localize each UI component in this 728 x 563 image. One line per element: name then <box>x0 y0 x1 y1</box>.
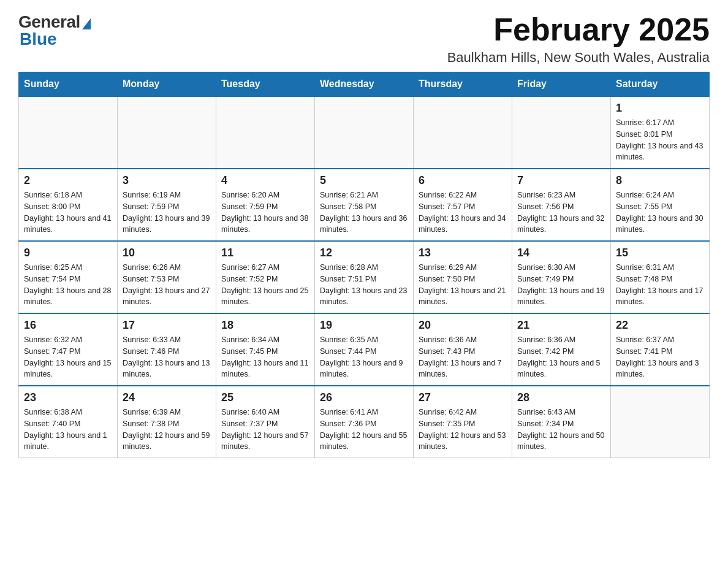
day-number: 10 <box>123 247 211 259</box>
day-info: Sunrise: 6:23 AM Sunset: 7:56 PM Dayligh… <box>517 190 605 236</box>
day-info: Sunrise: 6:28 AM Sunset: 7:51 PM Dayligh… <box>320 262 408 308</box>
calendar-header-thursday: Thursday <box>414 72 512 97</box>
day-number: 14 <box>517 247 605 259</box>
day-number: 3 <box>123 174 211 187</box>
day-info: Sunrise: 6:35 AM Sunset: 7:44 PM Dayligh… <box>320 334 408 380</box>
day-number: 28 <box>517 391 605 404</box>
month-title: February 2025 <box>447 12 710 47</box>
day-info: Sunrise: 6:36 AM Sunset: 7:43 PM Dayligh… <box>419 334 507 380</box>
calendar-week-row: 16Sunrise: 6:32 AM Sunset: 7:47 PM Dayli… <box>19 313 710 386</box>
calendar-header-saturday: Saturday <box>611 72 710 97</box>
calendar-header-tuesday: Tuesday <box>216 72 315 97</box>
day-number: 20 <box>419 319 507 332</box>
day-number: 15 <box>616 247 704 259</box>
day-number: 22 <box>616 319 704 332</box>
day-info: Sunrise: 6:39 AM Sunset: 7:38 PM Dayligh… <box>123 407 211 453</box>
day-info: Sunrise: 6:36 AM Sunset: 7:42 PM Dayligh… <box>517 334 605 380</box>
day-info: Sunrise: 6:25 AM Sunset: 7:54 PM Dayligh… <box>24 262 112 308</box>
calendar-cell: 17Sunrise: 6:33 AM Sunset: 7:46 PM Dayli… <box>118 313 216 386</box>
calendar-header-sunday: Sunday <box>19 72 118 97</box>
calendar-week-row: 1Sunrise: 6:17 AM Sunset: 8:01 PM Daylig… <box>19 96 710 169</box>
day-number: 5 <box>320 174 408 187</box>
day-number: 24 <box>123 391 211 404</box>
day-number: 23 <box>24 391 112 404</box>
logo: General Blue <box>18 12 91 49</box>
day-info: Sunrise: 6:32 AM Sunset: 7:47 PM Dayligh… <box>24 334 112 380</box>
calendar-cell: 9Sunrise: 6:25 AM Sunset: 7:54 PM Daylig… <box>19 241 118 313</box>
day-number: 1 <box>616 102 704 115</box>
day-info: Sunrise: 6:42 AM Sunset: 7:35 PM Dayligh… <box>419 407 507 453</box>
calendar-cell: 6Sunrise: 6:22 AM Sunset: 7:57 PM Daylig… <box>414 169 512 241</box>
day-info: Sunrise: 6:41 AM Sunset: 7:36 PM Dayligh… <box>320 407 408 453</box>
day-number: 18 <box>221 319 309 332</box>
day-number: 25 <box>221 391 309 404</box>
day-number: 21 <box>517 319 605 332</box>
day-info: Sunrise: 6:21 AM Sunset: 7:58 PM Dayligh… <box>320 190 408 236</box>
location-subtitle: Baulkham Hills, New South Wales, Austral… <box>447 50 710 66</box>
day-number: 13 <box>419 247 507 259</box>
calendar-cell: 10Sunrise: 6:26 AM Sunset: 7:53 PM Dayli… <box>118 241 216 313</box>
calendar-cell: 25Sunrise: 6:40 AM Sunset: 7:37 PM Dayli… <box>216 386 315 458</box>
calendar-cell: 12Sunrise: 6:28 AM Sunset: 7:51 PM Dayli… <box>315 241 414 313</box>
day-info: Sunrise: 6:37 AM Sunset: 7:41 PM Dayligh… <box>616 334 704 380</box>
day-number: 16 <box>24 319 112 332</box>
calendar-cell: 23Sunrise: 6:38 AM Sunset: 7:40 PM Dayli… <box>19 386 118 458</box>
day-info: Sunrise: 6:31 AM Sunset: 7:48 PM Dayligh… <box>616 262 704 308</box>
title-section: February 2025 Baulkham Hills, New South … <box>447 12 710 66</box>
calendar-week-row: 2Sunrise: 6:18 AM Sunset: 8:00 PM Daylig… <box>19 169 710 241</box>
day-info: Sunrise: 6:34 AM Sunset: 7:45 PM Dayligh… <box>221 334 309 380</box>
day-info: Sunrise: 6:43 AM Sunset: 7:34 PM Dayligh… <box>517 407 605 453</box>
calendar-cell <box>611 386 710 458</box>
calendar-cell: 15Sunrise: 6:31 AM Sunset: 7:48 PM Dayli… <box>611 241 710 313</box>
day-info: Sunrise: 6:17 AM Sunset: 8:01 PM Dayligh… <box>616 117 704 163</box>
calendar-week-row: 9Sunrise: 6:25 AM Sunset: 7:54 PM Daylig… <box>19 241 710 313</box>
calendar-cell <box>216 96 315 169</box>
calendar-cell <box>315 96 414 169</box>
calendar-cell: 21Sunrise: 6:36 AM Sunset: 7:42 PM Dayli… <box>512 313 611 386</box>
calendar-cell: 27Sunrise: 6:42 AM Sunset: 7:35 PM Dayli… <box>414 386 512 458</box>
calendar-cell: 28Sunrise: 6:43 AM Sunset: 7:34 PM Dayli… <box>512 386 611 458</box>
calendar-cell: 1Sunrise: 6:17 AM Sunset: 8:01 PM Daylig… <box>611 96 710 169</box>
calendar-cell <box>118 96 216 169</box>
calendar-cell <box>512 96 611 169</box>
calendar-cell <box>19 96 118 169</box>
calendar-cell: 3Sunrise: 6:19 AM Sunset: 7:59 PM Daylig… <box>118 169 216 241</box>
day-number: 12 <box>320 247 408 259</box>
day-number: 9 <box>24 247 112 259</box>
calendar-header-friday: Friday <box>512 72 611 97</box>
calendar-cell: 22Sunrise: 6:37 AM Sunset: 7:41 PM Dayli… <box>611 313 710 386</box>
page-header: General Blue February 2025 Baulkham Hill… <box>18 12 710 66</box>
day-number: 26 <box>320 391 408 404</box>
day-number: 2 <box>24 174 112 187</box>
calendar-week-row: 23Sunrise: 6:38 AM Sunset: 7:40 PM Dayli… <box>19 386 710 458</box>
calendar-cell: 26Sunrise: 6:41 AM Sunset: 7:36 PM Dayli… <box>315 386 414 458</box>
calendar-cell: 4Sunrise: 6:20 AM Sunset: 7:59 PM Daylig… <box>216 169 315 241</box>
calendar-cell: 16Sunrise: 6:32 AM Sunset: 7:47 PM Dayli… <box>19 313 118 386</box>
day-info: Sunrise: 6:24 AM Sunset: 7:55 PM Dayligh… <box>616 190 704 236</box>
calendar-cell: 11Sunrise: 6:27 AM Sunset: 7:52 PM Dayli… <box>216 241 315 313</box>
calendar-header-wednesday: Wednesday <box>315 72 414 97</box>
calendar-cell: 20Sunrise: 6:36 AM Sunset: 7:43 PM Dayli… <box>414 313 512 386</box>
day-number: 19 <box>320 319 408 332</box>
day-info: Sunrise: 6:29 AM Sunset: 7:50 PM Dayligh… <box>419 262 507 308</box>
day-info: Sunrise: 6:26 AM Sunset: 7:53 PM Dayligh… <box>123 262 211 308</box>
calendar-header-monday: Monday <box>118 72 216 97</box>
calendar-cell: 8Sunrise: 6:24 AM Sunset: 7:55 PM Daylig… <box>611 169 710 241</box>
logo-triangle-icon <box>82 18 91 29</box>
day-info: Sunrise: 6:19 AM Sunset: 7:59 PM Dayligh… <box>123 190 211 236</box>
calendar-cell: 5Sunrise: 6:21 AM Sunset: 7:58 PM Daylig… <box>315 169 414 241</box>
calendar-header-row: SundayMondayTuesdayWednesdayThursdayFrid… <box>19 72 710 97</box>
day-info: Sunrise: 6:38 AM Sunset: 7:40 PM Dayligh… <box>24 407 112 453</box>
calendar-cell: 2Sunrise: 6:18 AM Sunset: 8:00 PM Daylig… <box>19 169 118 241</box>
calendar-table: SundayMondayTuesdayWednesdayThursdayFrid… <box>18 72 710 458</box>
calendar-cell: 18Sunrise: 6:34 AM Sunset: 7:45 PM Dayli… <box>216 313 315 386</box>
day-info: Sunrise: 6:30 AM Sunset: 7:49 PM Dayligh… <box>517 262 605 308</box>
calendar-cell: 7Sunrise: 6:23 AM Sunset: 7:56 PM Daylig… <box>512 169 611 241</box>
day-number: 6 <box>419 174 507 187</box>
day-info: Sunrise: 6:22 AM Sunset: 7:57 PM Dayligh… <box>419 190 507 236</box>
day-info: Sunrise: 6:18 AM Sunset: 8:00 PM Dayligh… <box>24 190 112 236</box>
day-info: Sunrise: 6:20 AM Sunset: 7:59 PM Dayligh… <box>221 190 309 236</box>
calendar-cell: 13Sunrise: 6:29 AM Sunset: 7:50 PM Dayli… <box>414 241 512 313</box>
day-number: 27 <box>419 391 507 404</box>
day-number: 7 <box>517 174 605 187</box>
